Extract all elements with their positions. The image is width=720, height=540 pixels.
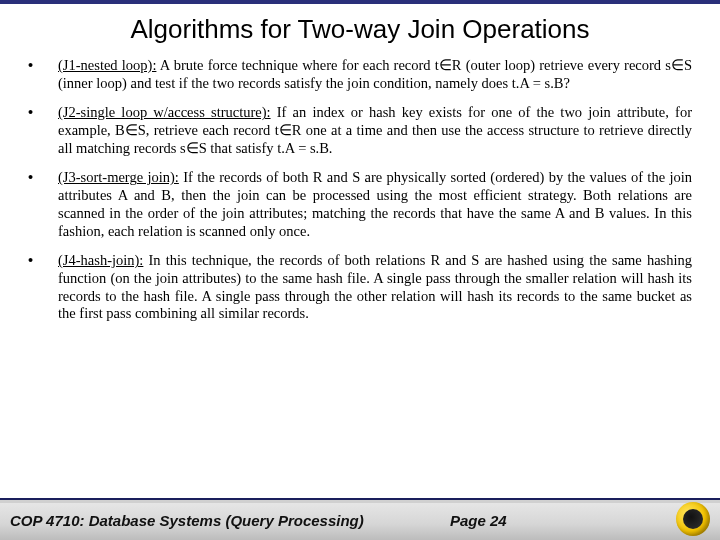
slide-content: • (J1-nested loop): A brute force techni… (0, 57, 720, 323)
slide-title: Algorithms for Two-way Join Operations (30, 14, 690, 45)
list-item: • (J4-hash-join): In this technique, the… (28, 252, 692, 323)
bullet: • (28, 104, 58, 157)
ucf-logo-icon (676, 502, 710, 536)
item-body: (J4-hash-join): In this technique, the r… (58, 252, 692, 323)
item-body: (J2-single loop w/access structure): If … (58, 104, 692, 157)
bullet: • (28, 169, 58, 240)
item-text: In this technique, the records of both r… (58, 252, 692, 321)
bullet: • (28, 252, 58, 323)
bullet: • (28, 57, 58, 92)
footer-bar: COP 4710: Database Systems (Query Proces… (0, 498, 720, 540)
item-label: (J3-sort-merge join): (58, 169, 179, 185)
item-label: (J4-hash-join): (58, 252, 143, 268)
item-label: (J1-nested loop): (58, 57, 156, 73)
item-body: (J3-sort-merge join): If the records of … (58, 169, 692, 240)
list-item: • (J1-nested loop): A brute force techni… (28, 57, 692, 92)
list-item: • (J2-single loop w/access structure): I… (28, 104, 692, 157)
header-rule (0, 0, 720, 4)
footer-course: COP 4710: Database Systems (Query Proces… (0, 512, 364, 529)
item-label: (J2-single loop w/access structure): (58, 104, 271, 120)
list-item: • (J3-sort-merge join): If the records o… (28, 169, 692, 240)
footer-page: Page 24 (450, 512, 507, 529)
item-body: (J1-nested loop): A brute force techniqu… (58, 57, 692, 92)
